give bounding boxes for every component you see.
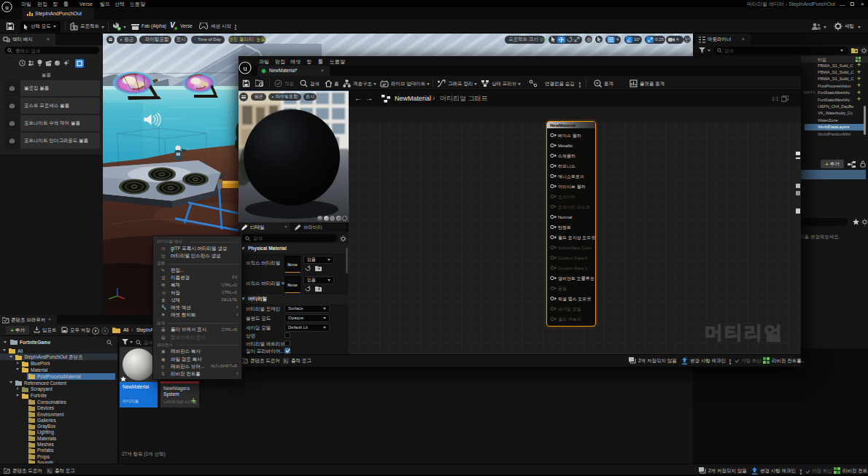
svg-text:u: u <box>243 63 247 72</box>
svg-text:u: u <box>5 4 9 11</box>
